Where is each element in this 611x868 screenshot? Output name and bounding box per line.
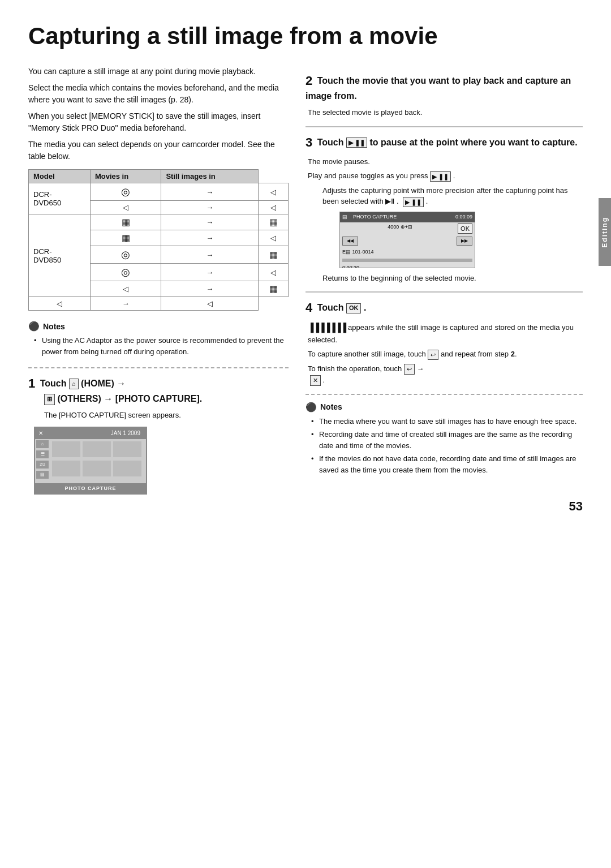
notes-right-box: ⚫ Notes The media where you want to save… <box>306 402 583 476</box>
movie-icon-hdd2 <box>90 230 161 246</box>
ss-top-bar: ✕ JAN 1 2009 <box>35 428 146 439</box>
ss-icon-home: ⌂ <box>36 440 49 448</box>
ss-cell-2 <box>83 441 111 457</box>
return-icon-2: ↩ <box>404 364 415 375</box>
step3-header: 3 Touch ▶ ❚❚ to pause at the point where… <box>306 134 583 152</box>
cap-top-bar: ▤ PHOTO CAPTURE 0:00:09 <box>340 212 475 222</box>
ss-row-1 <box>52 441 141 457</box>
cap-clip-id: E▤ 101-0014 <box>340 247 475 257</box>
page-title: Capturing a still image from a movie <box>28 23 583 50</box>
ss-cell-3 <box>113 441 141 457</box>
notes-left-item-1: Using the AC Adaptor as the power source… <box>34 335 289 357</box>
table-row: ◁ → ◁ <box>29 297 289 311</box>
intro-p4: The media you can select depends on your… <box>28 139 289 162</box>
still-icon-hdd2 <box>259 246 289 264</box>
ss-icon-menu1: ☰ <box>36 450 49 458</box>
notes-left-box: ⚫ Notes Using the AC Adaptor as the powe… <box>28 321 289 357</box>
step1-instruction-others: ⊞ (OTHERS) → [PHOTO CAPTURE]. <box>44 394 202 403</box>
step1-others-label: (OTHERS) → [PHOTO CAPTURE]. <box>57 394 202 403</box>
step3-sub-note-text: Adjusts the capturing point with more pr… <box>322 186 568 206</box>
step3-subtext1: The movie pauses. <box>308 156 583 167</box>
ss-cell-6 <box>113 461 141 476</box>
others-icon: ⊞ <box>44 394 55 405</box>
cap-time2-info: 0:00:20 <box>340 263 475 268</box>
notes-right-item-1: The media where you want to save still i… <box>311 416 583 427</box>
arrow-5: → <box>161 246 259 264</box>
still-icon-hdd <box>259 214 289 230</box>
step3-instruction-suffix: to pause at the point where you want to … <box>369 137 577 147</box>
ss-main-area <box>50 439 144 483</box>
step4-subtext3: To finish the operation, touch ↩ → ✕ . <box>308 363 583 386</box>
notes-left-label: Notes <box>43 322 65 331</box>
notes-icon-left: ⚫ <box>28 321 40 332</box>
ss-side-icons: ⌂ ☰ 2/2 ▤ <box>35 439 50 481</box>
section-divider-2 <box>306 394 583 395</box>
notes-right-item-2: Recording date and time of created still… <box>311 429 583 451</box>
still-icon-hdd3 <box>259 281 289 297</box>
return-icon-1: ↩ <box>428 350 438 360</box>
cap-icon-photo: ▤ <box>342 213 347 221</box>
cap-ok-label: OK <box>458 224 472 234</box>
step3-number: 3 <box>306 135 312 149</box>
cap-progress-bar <box>342 259 472 262</box>
two-column-layout: You can capture a still image at any poi… <box>28 66 583 502</box>
movie-icon-card3: ◁ <box>90 281 161 297</box>
ss-date: JAN 1 2009 <box>111 430 140 436</box>
step1-header: 1 Touch ⌂ (HOME) → ⊞ (OTHERS) → [PHOTO C… <box>28 375 289 405</box>
step1-screenshot: ✕ JAN 1 2009 ⌂ ☰ 2/2 ▤ <box>34 427 147 495</box>
table-header-model: Model <box>29 170 91 183</box>
step4-instruction-prefix: Touch <box>317 303 346 312</box>
step1-screenshot-inner: ✕ JAN 1 2009 ⌂ ☰ 2/2 ▤ <box>35 428 146 493</box>
step1-number: 1 <box>28 376 35 390</box>
ss-bottom-label: PHOTO CAPTURE <box>65 485 117 491</box>
notes-right-item-3: If the movies do not have data code, rec… <box>311 453 583 475</box>
notes-right-title: ⚫ Notes <box>306 402 583 412</box>
home-icon: ⌂ <box>69 379 79 389</box>
table-header-movies: Movies in <box>90 170 161 183</box>
notes-right-list: The media where you want to save still i… <box>306 416 583 476</box>
ss-top-left: ✕ <box>38 430 43 436</box>
step2-instruction: Touch the movie that you want to play ba… <box>306 76 571 101</box>
step3-instruction-prefix: Touch <box>317 137 346 147</box>
ss-icon-counter: 2/2 <box>36 461 49 469</box>
table-row: DCR-DVD650 → ◁ <box>29 183 289 201</box>
still-icon-card5: ◁ <box>161 297 259 311</box>
still-icon-card4: ◁ <box>259 264 289 281</box>
arrow-4: → <box>161 230 259 246</box>
right-column: 2 Touch the movie that you want to play … <box>306 66 583 502</box>
ss-bottom-bar: PHOTO CAPTURE <box>35 483 146 493</box>
cap-btn-prev: ◀◀ <box>342 237 358 246</box>
playpause-ctrl-3: ▶ ❚❚ <box>403 197 424 207</box>
still-icon-card3: ◁ <box>259 230 289 246</box>
ss-icon-menu2: ▤ <box>36 471 49 479</box>
movie-icon-card2: ◁ <box>90 201 161 214</box>
editing-sidebar-label: Editing <box>601 217 609 248</box>
intro-p3: When you select [MEMORY STICK] to save t… <box>28 110 289 134</box>
step4-ok-btn: OK <box>346 303 362 313</box>
movie-icon-card4: ◁ <box>29 297 91 311</box>
step2-header: 2 Touch the movie that you want to play … <box>306 72 583 102</box>
intro-p1: You can capture a still image at any poi… <box>28 66 289 78</box>
page-number: 53 <box>569 499 583 514</box>
table-header-still: Still images in <box>161 170 259 183</box>
intro-p2: Select the media which contains the movi… <box>28 82 289 106</box>
editing-sidebar: Editing <box>599 198 611 266</box>
model-name-650: DCR-DVD650 <box>29 183 91 214</box>
movie-icon-disc3 <box>90 264 161 281</box>
step1-subtext: The [PHOTO CAPTURE] screen appears. <box>44 410 289 421</box>
model-table: Model Movies in Still images in DCR-DVD6… <box>28 169 289 311</box>
step3-subtext2: Play and pause toggles as you press ▶ ❚❚… <box>308 170 583 182</box>
left-column: You can capture a still image at any poi… <box>28 66 289 502</box>
arrow-7: → <box>161 281 259 297</box>
ss-cell-4 <box>52 461 80 476</box>
step3-block: 3 Touch ▶ ❚❚ to pause at the point where… <box>306 126 583 283</box>
movie-icon-hdd <box>90 214 161 230</box>
step4-appears-text: appears while the still image is capture… <box>308 323 574 344</box>
returns-text: Returns to the beginning of the selected… <box>322 273 583 284</box>
step2-number: 2 <box>306 74 312 88</box>
cap-btn-next: ▶▶ <box>457 237 472 246</box>
section-divider-1 <box>28 367 289 368</box>
movie-icon-disc2 <box>90 246 161 264</box>
cap-info-right: 4000 ⊕+⊟ <box>388 224 412 234</box>
cap-mid-controls: ◀◀ ▶▶ <box>340 235 475 247</box>
